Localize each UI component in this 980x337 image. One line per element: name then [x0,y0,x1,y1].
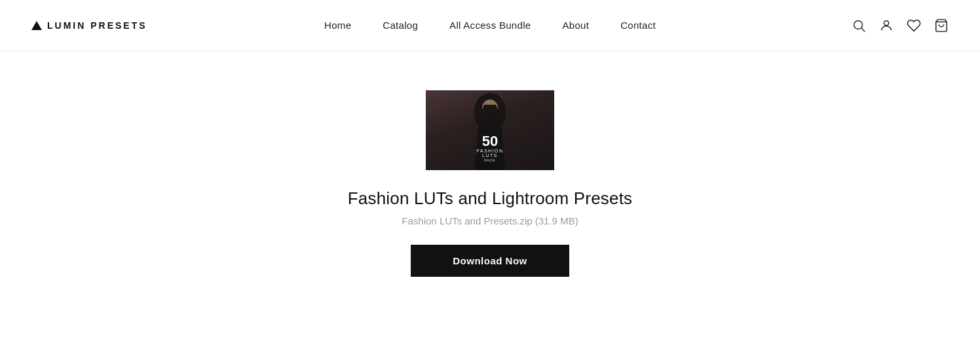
overlay-label1: FASHION [476,149,503,153]
logo-triangle-icon [31,21,42,30]
header-icons [852,18,949,33]
product-thumbnail: 50 FASHION LUTS PACK [426,90,554,170]
cart-icon[interactable] [934,18,949,33]
nav-item-all-access-bundle[interactable]: All Access Bundle [449,20,531,31]
main-content: 50 FASHION LUTS PACK Fashion LUTs and Li… [0,51,980,316]
download-now-button[interactable]: Download Now [411,245,569,277]
nav-item-contact[interactable]: Contact [620,20,656,31]
search-icon[interactable] [852,18,866,33]
svg-point-2 [884,20,888,25]
svg-point-0 [854,20,863,29]
main-nav: Home Catalog All Access Bundle About Con… [324,20,656,31]
logo-text: LUMIN PRESETS [47,20,147,31]
nav-item-catalog[interactable]: Catalog [383,20,418,31]
svg-line-1 [861,28,865,31]
overlay-label2: LUTS [476,153,503,158]
account-icon[interactable] [879,18,894,33]
nav-item-about[interactable]: About [562,20,589,31]
product-title: Fashion LUTs and Lightroom Presets [348,188,633,209]
overlay-label3: PACK [476,158,503,162]
thumbnail-overlay: 50 FASHION LUTS PACK [476,134,503,162]
nav-item-home[interactable]: Home [324,20,351,31]
wishlist-icon[interactable] [907,18,921,33]
site-logo[interactable]: LUMIN PRESETS [31,20,147,31]
product-subtitle: Fashion LUTs and Presets.zip (31.9 MB) [402,215,578,226]
site-header: LUMIN PRESETS Home Catalog All Access Bu… [0,0,980,51]
overlay-number: 50 [476,134,503,149]
